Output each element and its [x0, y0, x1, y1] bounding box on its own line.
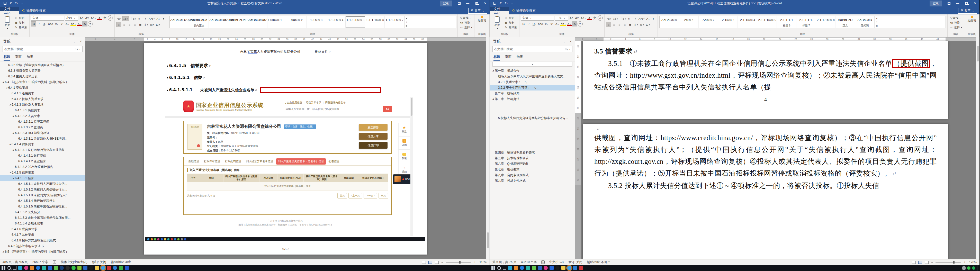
style-item[interactable]: 2.1.1.1.1标题 6	[777, 16, 796, 28]
sign-in-button[interactable]: 登录	[440, 0, 452, 6]
taskbar-app-icon[interactable]	[538, 266, 542, 270]
nav-close-icon[interactable]: ✕	[570, 40, 572, 43]
taskbar-app-icon[interactable]	[532, 266, 536, 270]
nav-heading-item[interactable]: 6.4.1.5.1.1 未被列入严重违法失信...	[0, 181, 85, 187]
proofing-icon[interactable]	[53, 260, 56, 264]
addins-button[interactable]: 加载项	[476, 16, 488, 22]
style-item[interactable]: 1.1.1标题 4	[326, 16, 345, 28]
track-changes[interactable]: 修订: 关闭	[568, 260, 582, 264]
close-button[interactable]: ✕	[971, 0, 980, 7]
taskbar-app-icon[interactable]	[113, 266, 117, 270]
start-button[interactable]	[492, 266, 496, 270]
ribbon-options-icon[interactable]: ˄	[455, 0, 463, 7]
cut-button[interactable]: ✂剪切	[504, 16, 517, 20]
style-item[interactable]: AaBbCcD↵表内列...	[170, 16, 189, 28]
show-marks-button[interactable]: ¶	[161, 16, 166, 21]
taskbar-app-icon[interactable]	[125, 266, 129, 270]
expander-icon[interactable]: ◢	[2, 81, 5, 83]
nav-heading-item[interactable]: 6.4.1.5.3 未被中国石油天然气集团有限...	[0, 215, 85, 221]
nav-heading-item[interactable]: ◢6.4.1.3.2 人员要求	[0, 113, 85, 119]
language[interactable]: 简体中文(中国大陆)	[61, 260, 88, 264]
taskbar-app-icon[interactable]	[72, 266, 76, 270]
document-page-4[interactable]: 3.5 信誉要求↵ 3.5.1 ①未被工商行政管理机关在全国企业信用信息公示系统…	[583, 41, 948, 119]
change-case-button[interactable]: Aa	[580, 16, 587, 21]
nav-heading-item[interactable]: 6.4.1.4.1.2 企业信誉	[0, 158, 85, 164]
share-button[interactable]: ⚲共享⌄	[958, 8, 977, 14]
pagination-button[interactable]: 下一页 ›	[364, 193, 377, 199]
style-item[interactable]: AaBbCcDd表内正文	[189, 16, 209, 28]
bold-button[interactable]: B	[521, 21, 526, 27]
expander-icon[interactable]: ◢	[2, 251, 5, 253]
site-tab[interactable]: 行政许可信息	[202, 158, 222, 164]
nav-heading-item[interactable]: 6.4.1.4.2 2024年度审计报告	[0, 164, 85, 170]
close-button[interactable]: ✕	[481, 0, 490, 7]
asian-layout-button[interactable]: A⇋	[148, 16, 155, 21]
nav-heading-item[interactable]: 5.投标人失信行为分级分类与记分标准见招标公告...	[490, 115, 575, 121]
web-layout-icon[interactable]	[925, 261, 929, 264]
nav-search-box[interactable]: ⌄	[3, 46, 83, 52]
taskbar-app-icon[interactable]	[579, 266, 583, 270]
zoom-slider[interactable]	[935, 262, 961, 263]
align-right-button[interactable]: ≡	[617, 22, 622, 27]
zoom-out-icon[interactable]: −	[931, 260, 933, 264]
send-report-button[interactable]: 发送报告	[359, 124, 388, 131]
clear-format-button[interactable]: A	[97, 16, 102, 21]
taskbar-app-icon[interactable]	[60, 266, 64, 270]
screen-recorder-widget[interactable]: REC	[393, 174, 413, 184]
expander-icon[interactable]: ◢	[492, 70, 495, 72]
nav-heading-item[interactable]: 6.4.1.4.1.1 银行资信	[0, 153, 85, 158]
align-left-button[interactable]: ≡	[116, 22, 121, 27]
strikethrough-button[interactable]: abc	[537, 21, 544, 27]
nav-heading-item[interactable]: ◢6.5 《详细评审》中响应的资料（按顺序响应）	[0, 249, 85, 255]
bullet-list-button[interactable]: •≡	[116, 16, 122, 21]
nav-heading-item[interactable]: 6.4.1.3.3.1 关键岗位人员HSE培训...	[0, 136, 85, 142]
italic-button[interactable]: I	[527, 21, 531, 27]
style-item[interactable]: 2.1标题 3	[718, 16, 738, 28]
nav-heading-item[interactable]: 6.3.3 项目负责人简历表	[0, 68, 85, 73]
distribute-button[interactable]: ≣	[138, 22, 143, 27]
format-painter-button[interactable]: ✎格式刷	[504, 26, 517, 29]
site-link-credit[interactable]: 企业信用信息	[287, 101, 302, 104]
taskbar-app-icon[interactable]	[514, 266, 518, 270]
nav-heading-item[interactable]: 3.2.1 资质要求： ＼	[490, 79, 575, 85]
nav-heading-item[interactable]: 第七章 报价要求	[490, 167, 575, 172]
nav-heading-item[interactable]: ◢6.4.1.3 岗位及人员要求	[0, 102, 85, 107]
text-effects-button[interactable]: A	[65, 21, 70, 27]
redo-icon[interactable]: ↻	[505, 2, 508, 5]
restore-button[interactable]	[962, 0, 971, 7]
document-area-left[interactable]: 642 246810121416182022242628303234363840…	[85, 37, 490, 259]
style-item[interactable]: 1标题 1	[267, 16, 287, 28]
expander-icon[interactable]: ◢	[492, 98, 495, 100]
find-button[interactable]: 查找▾	[460, 16, 472, 20]
scrollbar-thumb[interactable]	[977, 46, 979, 61]
superscript-button[interactable]: x²	[549, 21, 554, 27]
style-item[interactable]: AaBbCcDd↵表内正...	[209, 16, 228, 28]
zoom-in-icon[interactable]: +	[474, 260, 476, 264]
expander-icon[interactable]: ◢	[5, 87, 8, 89]
undo-icon[interactable]: ↶	[500, 2, 502, 5]
nav-heading-item[interactable]: 6.4.1.5.2 无失信分	[0, 209, 85, 215]
show-desktop-button[interactable]	[977, 265, 978, 271]
nav-heading-item[interactable]: 6.4.1.1 通用要求	[0, 91, 85, 96]
shrink-font-button[interactable]: A˅	[574, 16, 579, 21]
site-tab[interactable]: 列入经营异常名录信息	[244, 158, 275, 164]
style-item[interactable]: 2.1.1.1标题 8	[816, 16, 835, 28]
show-marks-button[interactable]: ¶	[651, 16, 656, 21]
zoom-in-icon[interactable]: +	[964, 260, 966, 264]
nav-search-box[interactable]: ⌄	[492, 46, 573, 52]
text-effects-button[interactable]: A	[555, 21, 560, 27]
sort-button[interactable]: A↓	[156, 16, 161, 21]
document-area-right[interactable]: 42 2468101214161820222426283032343638404…	[575, 37, 980, 259]
style-item[interactable]: AaBbCcD正文	[835, 16, 855, 28]
justify-button[interactable]: ≡	[132, 22, 138, 27]
undo-icon[interactable]: ↶	[10, 2, 12, 5]
language[interactable]: 中文(中国)	[549, 260, 564, 264]
nav-heading-item[interactable]: ◢6.4.1.4 财务要求	[0, 142, 85, 147]
redo-icon[interactable]: ↻	[15, 2, 18, 5]
task-view-icon[interactable]	[13, 266, 16, 270]
grow-font-button[interactable]: A˄	[569, 16, 574, 21]
decrease-indent-button[interactable]: ⇤	[137, 16, 142, 21]
task-view-icon[interactable]	[503, 266, 506, 270]
taskbar-app-icon[interactable]	[555, 266, 560, 270]
nav-heading-item[interactable]: 第九章 投标文件格式	[490, 178, 575, 183]
